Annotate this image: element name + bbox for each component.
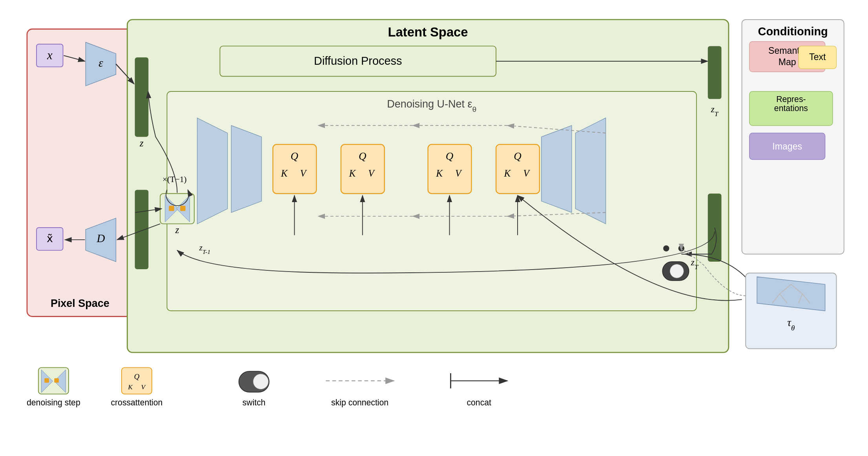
unet-dec-trap-2 bbox=[575, 118, 605, 224]
switch-circle bbox=[670, 264, 684, 278]
encoder-label: ε bbox=[98, 57, 103, 69]
diffusion-process-label: Diffusion Process bbox=[314, 55, 402, 67]
left-green-block-bottom bbox=[135, 190, 149, 269]
z-label-left: z bbox=[139, 138, 144, 148]
left-green-block-top bbox=[135, 57, 149, 137]
right-green-block-middle bbox=[708, 193, 722, 261]
x-label: x bbox=[47, 49, 53, 62]
unet-enc-trap-2 bbox=[231, 126, 261, 213]
right-green-block-top bbox=[708, 46, 722, 99]
svg-rect-3 bbox=[180, 206, 185, 211]
svg-rect-12 bbox=[44, 378, 49, 383]
k2-label: K bbox=[348, 168, 356, 179]
legend-q-label: Q bbox=[134, 372, 139, 381]
pixel-space-box bbox=[27, 29, 133, 317]
legend-denoising-label: denoising step bbox=[27, 398, 80, 407]
semantic-map-label2: Map bbox=[779, 57, 796, 67]
v4-label: V bbox=[523, 168, 531, 179]
unet-dec-trap-1 bbox=[542, 126, 572, 213]
svg-rect-13 bbox=[54, 378, 59, 383]
legend-skip-label: skip connection bbox=[331, 398, 388, 407]
representations-label1: Repres- bbox=[776, 95, 806, 104]
x-tilde-label: x̃ bbox=[47, 233, 53, 244]
k1-label: K bbox=[281, 168, 288, 179]
q1-label: Q bbox=[291, 150, 298, 162]
decoder-label: D bbox=[96, 232, 105, 244]
v1-label: V bbox=[300, 168, 307, 179]
concat-dot-2 bbox=[678, 245, 684, 251]
legend-crossattn-label: crossattention bbox=[111, 398, 162, 407]
k4-label: K bbox=[504, 168, 511, 179]
representations-label2: entations bbox=[774, 104, 808, 113]
legend-concat-label: concat bbox=[467, 398, 491, 407]
q4-label: Q bbox=[514, 150, 521, 162]
svg-rect-2 bbox=[169, 206, 174, 211]
legend-switch-label: switch bbox=[243, 398, 266, 407]
z-label-bottom: z bbox=[175, 224, 179, 235]
diagram-svg: Pixel Space x x̃ ε D Latent Space Diffus… bbox=[16, 0, 852, 456]
legend-switch-circle bbox=[253, 374, 268, 389]
images-label: Images bbox=[772, 141, 802, 151]
legend-k-label: K bbox=[128, 383, 133, 391]
v3-label: V bbox=[455, 168, 462, 179]
pixel-space-label: Pixel Space bbox=[51, 297, 109, 309]
q2-label: Q bbox=[359, 150, 366, 162]
conditioning-label: Conditioning bbox=[758, 25, 828, 38]
k3-label: K bbox=[436, 168, 443, 179]
q3-label: Q bbox=[446, 150, 453, 162]
unet-enc-trap-1 bbox=[197, 118, 228, 224]
main-container: Pixel Space x x̃ ε D Latent Space Diffus… bbox=[0, 0, 868, 456]
legend-qkv-icon bbox=[122, 368, 152, 394]
latent-space-label: Latent Space bbox=[388, 25, 468, 39]
v2-label: V bbox=[368, 168, 375, 179]
text-label: Text bbox=[809, 52, 826, 62]
concat-dot-1 bbox=[663, 245, 669, 251]
